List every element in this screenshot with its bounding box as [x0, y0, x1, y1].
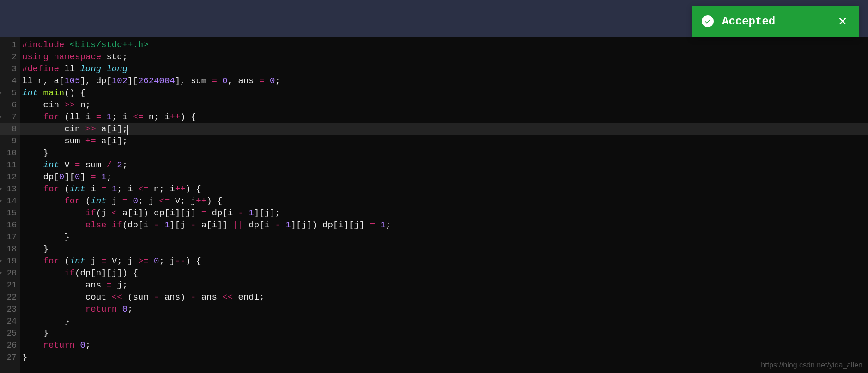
code-line: }	[20, 243, 868, 255]
line-number: 10	[0, 147, 20, 159]
line-number: 4	[0, 75, 20, 87]
code-line: for (int i = 1; i <= n; i++) {	[20, 183, 868, 195]
line-number: 1	[0, 39, 20, 51]
line-number: 14	[0, 195, 20, 207]
accepted-notification: Accepted	[692, 6, 859, 37]
notification-text: Accepted	[722, 15, 836, 28]
line-number: 12	[0, 171, 20, 183]
code-line: int main() {	[20, 87, 868, 99]
line-number: 19	[0, 255, 20, 267]
line-number: 2	[0, 51, 20, 63]
line-gutter: 1234567891011121314151617181920212223242…	[0, 37, 20, 373]
line-number: 3	[0, 63, 20, 75]
code-line: }	[20, 315, 868, 327]
code-line: dp[0][0] = 1;	[20, 171, 868, 183]
code-line: for (int j = V; j >= 0; j--) {	[20, 255, 868, 267]
line-number: 16	[0, 219, 20, 231]
line-number: 23	[0, 303, 20, 315]
code-line: }	[20, 351, 868, 363]
code-line: ll n, a[105], dp[102][2624004], sum = 0,…	[20, 75, 868, 87]
line-number: 22	[0, 291, 20, 303]
line-number: 21	[0, 279, 20, 291]
code-line: return 0;	[20, 339, 868, 351]
code-line: #include <bits/stdc++.h>	[20, 39, 868, 51]
code-line: ans = j;	[20, 279, 868, 291]
code-line: using namespace std;	[20, 51, 868, 63]
code-line: if(j < a[i]) dp[i][j] = dp[i - 1][j];	[20, 207, 868, 219]
line-number: 6	[0, 99, 20, 111]
code-line: cin >> n;	[20, 99, 868, 111]
code-line: if(dp[n][j]) {	[20, 267, 868, 279]
check-circle-icon	[702, 15, 714, 27]
code-line: for (int j = 0; j <= V; j++) {	[20, 195, 868, 207]
line-number: 27	[0, 351, 20, 363]
code-line: return 0;	[20, 303, 868, 315]
code-area[interactable]: #include <bits/stdc++.h> using namespace…	[20, 37, 868, 373]
close-icon[interactable]	[836, 14, 850, 28]
code-line: for (ll i = 1; i <= n; i++) {	[20, 111, 868, 123]
code-line: #define ll long long	[20, 63, 868, 75]
line-number: 11	[0, 159, 20, 171]
code-line: cout << (sum - ans) - ans << endl;	[20, 291, 868, 303]
line-number: 9	[0, 135, 20, 147]
code-line: else if(dp[i - 1][j - a[i]] || dp[i - 1]…	[20, 219, 868, 231]
line-number: 7	[0, 111, 20, 123]
text-cursor	[127, 125, 128, 135]
code-editor[interactable]: 1234567891011121314151617181920212223242…	[0, 37, 868, 373]
line-number: 20	[0, 267, 20, 279]
code-line: }	[20, 231, 868, 243]
line-number: 26	[0, 339, 20, 351]
watermark-text: https://blog.csdn.net/yida_allen	[761, 361, 862, 369]
line-number: 8	[0, 123, 20, 135]
code-line: int V = sum / 2;	[20, 159, 868, 171]
code-line: }	[20, 147, 868, 159]
code-line: sum += a[i];	[20, 135, 868, 147]
line-number: 5	[0, 87, 20, 99]
line-number: 13	[0, 183, 20, 195]
code-line: cin >> a[i];	[20, 123, 868, 135]
line-number: 25	[0, 327, 20, 339]
code-line: }	[20, 327, 868, 339]
line-number: 15	[0, 207, 20, 219]
line-number: 17	[0, 231, 20, 243]
line-number: 24	[0, 315, 20, 327]
line-number: 18	[0, 243, 20, 255]
